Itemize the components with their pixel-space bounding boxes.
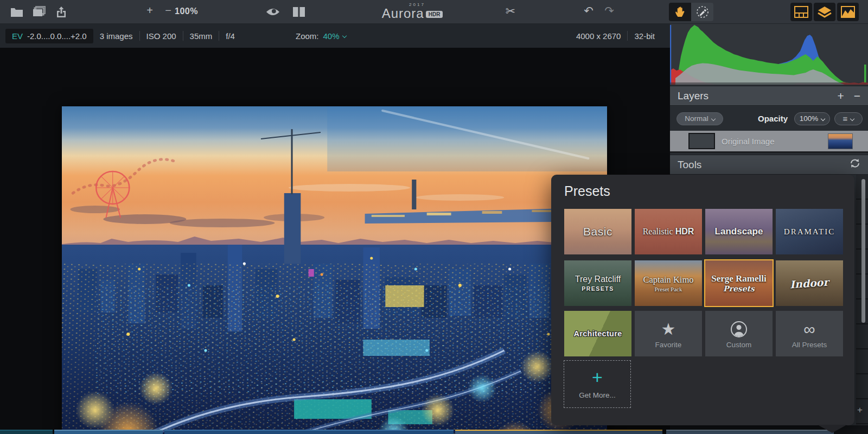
aurora-hdr-window: + − 100% 2017AuroraHDR ✂ ↶ ↷ EV — [0, 0, 868, 434]
preset-label: Trey Ratcliff — [575, 275, 621, 284]
logo-hdr-badge: HDR — [426, 11, 443, 18]
image-dimensions-group: 4000 x 2670 32-bit — [570, 31, 670, 41]
layer-row-original-image[interactable]: Original Image — [670, 131, 868, 153]
cityscape-photo — [62, 106, 607, 434]
preset-label: Landscape — [715, 226, 763, 237]
preset-tile-indoor[interactable]: Indoor — [776, 260, 843, 306]
open-folder-icon[interactable] — [10, 5, 24, 18]
blend-mode-dropdown[interactable]: Normal — [676, 112, 723, 125]
filmstrip-panel-toggle[interactable] — [790, 3, 812, 21]
menu-icon: ≡ — [843, 114, 848, 123]
preset-tile-serge-ramelli-selected[interactable]: Serge Ramelli Presets — [705, 260, 773, 306]
divider — [183, 31, 183, 41]
filmstrip-panel-icon — [794, 6, 808, 18]
ev-range: -2.0....0.0....+2.0 — [27, 31, 87, 41]
presets-popup: Presets Basic Realistic HDR Landscape DR… — [551, 175, 854, 425]
preset-tile-architecture[interactable]: Architecture — [564, 311, 631, 356]
redo-icon[interactable]: ↷ — [602, 4, 616, 17]
reset-refresh-icon[interactable] — [850, 158, 860, 171]
preset-label: Captain Kimo — [643, 275, 693, 285]
info-bar: EV-2.0....0.0....+2.0 3 images ISO 200 3… — [0, 24, 670, 48]
preset-label-bold: HDR — [675, 227, 694, 236]
divider — [627, 31, 628, 41]
preset-label: All Presets — [792, 341, 827, 349]
preset-tile-realistic-hdr[interactable]: Realistic HDR — [635, 209, 702, 254]
preset-tile-all-presets[interactable]: ∞ All Presets — [776, 311, 843, 356]
preset-tile-dramatic[interactable]: DRAMATIC — [776, 209, 843, 254]
focal-length: 35mm — [190, 31, 213, 41]
preset-label: Custom — [726, 341, 752, 349]
filmstrip-thumb-selected[interactable] — [455, 430, 662, 434]
tools-strip-plus-icon: + — [857, 405, 863, 416]
preset-tile-basic[interactable]: Basic — [564, 209, 631, 254]
zoom-label: Zoom: — [296, 31, 319, 41]
person-icon — [730, 319, 748, 340]
preset-label: Architecture — [573, 329, 622, 338]
blend-mode-value: Normal — [685, 114, 709, 123]
compare-eye-icon[interactable] — [266, 5, 280, 18]
layers-title: Layers — [678, 90, 709, 102]
hand-tool-button[interactable] — [669, 3, 691, 21]
layer-thumbnail — [828, 133, 853, 149]
layers-panel-toggle[interactable] — [814, 3, 835, 21]
divider — [139, 31, 140, 41]
app-logo: 2017AuroraHDR — [374, 2, 450, 20]
preset-tile-custom[interactable]: Custom — [705, 311, 773, 356]
crop-scissors-icon[interactable]: ✂ — [503, 4, 518, 18]
layer-name: Original Image — [722, 137, 775, 146]
layer-list-menu[interactable]: ≡ — [834, 112, 863, 125]
remove-layer-button[interactable]: − — [854, 90, 860, 101]
iso-value: ISO 200 — [146, 31, 176, 41]
preset-label: Serge Ramelli — [711, 273, 767, 284]
get-more-tile[interactable]: + Get More... — [564, 360, 631, 408]
opacity-value: 100% — [800, 114, 819, 123]
histogram — [670, 24, 868, 85]
chevron-down-icon — [342, 34, 346, 38]
add-layer-button[interactable]: + — [837, 90, 844, 101]
preset-sublabel: Preset Pack — [654, 286, 682, 292]
tools-panel-header: Tools — [670, 155, 868, 175]
preset-tile-trey-ratcliff[interactable]: Trey Ratcliff PRESETS — [564, 260, 631, 306]
preset-label: Basic — [583, 225, 612, 238]
chevron-down-icon — [821, 116, 825, 120]
star-icon: ★ — [661, 319, 676, 340]
batch-images-icon[interactable] — [33, 5, 47, 18]
chevron-down-icon — [850, 116, 854, 120]
layer-mask-swatch[interactable] — [688, 133, 715, 149]
preset-label: DRAMATIC — [784, 227, 835, 237]
zoom-in-button[interactable]: + — [143, 4, 156, 17]
filmstrip-thumb[interactable] — [164, 430, 454, 434]
filmstrip-thumb[interactable] — [666, 430, 834, 434]
preset-label: Indoor — [790, 276, 829, 291]
ev-label: EV — [12, 31, 23, 41]
opacity-dropdown[interactable]: 100% — [794, 112, 830, 125]
filmstrip-thumb[interactable] — [0, 430, 53, 434]
preset-tile-captain-kimo[interactable]: Captain Kimo Preset Pack — [635, 260, 702, 306]
zoom-value: 40% — [323, 31, 339, 41]
zoom-level-display[interactable]: 100% — [175, 7, 198, 16]
presets-title: Presets — [564, 183, 610, 199]
export-icon[interactable] — [54, 5, 68, 18]
layers-panel-header: Layers + − — [670, 86, 868, 106]
zoom-dropdown[interactable]: Zoom: 40% — [296, 31, 346, 41]
bit-depth: 32-bit — [634, 31, 655, 41]
layer-controls-row: Normal Opacity 100% ≡ — [670, 106, 868, 131]
top-toolbar: + − 100% 2017AuroraHDR ✂ ↶ ↷ — [0, 0, 868, 24]
split-view-icon[interactable] — [292, 5, 306, 18]
layers-icon — [818, 5, 832, 18]
opacity-label: Opacity — [758, 114, 788, 123]
histogram-panel-toggle[interactable] — [837, 3, 859, 21]
tools-scrollbar[interactable] — [861, 179, 865, 323]
tools-title: Tools — [678, 159, 701, 171]
hand-icon — [674, 6, 686, 18]
photo-canvas[interactable] — [62, 106, 607, 434]
ev-bracket-chip[interactable]: EV-2.0....0.0....+2.0 — [5, 29, 93, 43]
filmstrip-thumb[interactable] — [54, 430, 163, 434]
preset-tile-favorite[interactable]: ★ Favorite — [635, 311, 702, 356]
brush-tool-button[interactable] — [691, 3, 713, 21]
presets-popup-tail — [818, 425, 847, 433]
zoom-out-button[interactable]: − — [162, 4, 175, 17]
undo-icon[interactable]: ↶ — [582, 4, 596, 17]
chevron-down-icon — [711, 116, 716, 120]
preset-tile-landscape[interactable]: Landscape — [705, 209, 773, 254]
